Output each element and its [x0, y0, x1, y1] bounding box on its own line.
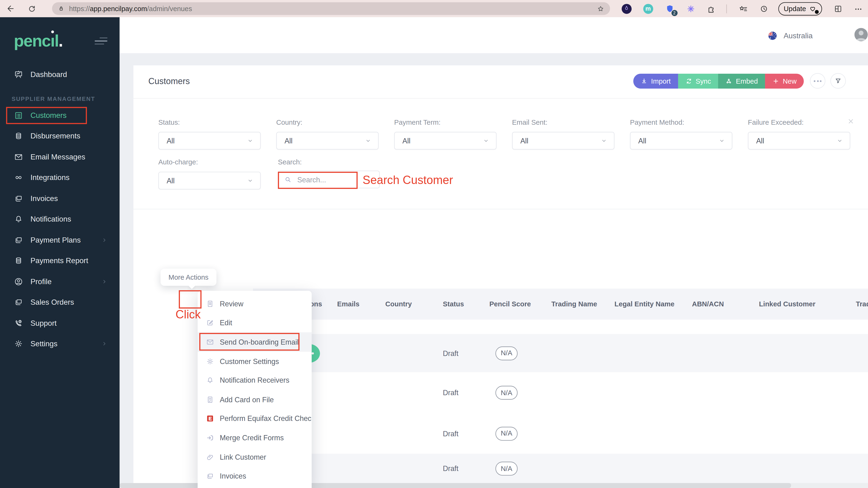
- browser-menu-icon[interactable]: [854, 4, 862, 13]
- app-topbar: Australia: [120, 17, 868, 53]
- region-label: Australia: [783, 32, 812, 40]
- pencil-score-badge: N/A: [495, 386, 518, 400]
- bookmark-star-icon[interactable]: [597, 5, 604, 12]
- menu-item-label: Edit: [220, 318, 232, 327]
- page-title: Customers: [148, 77, 190, 87]
- filter: Status: All: [158, 119, 261, 150]
- menu-item[interactable]: Edit: [198, 313, 312, 332]
- filter-selected-value: All: [167, 177, 175, 185]
- toolbar-divider: [726, 4, 726, 13]
- column-header-legal-entity: Legal Entity Name: [614, 300, 674, 308]
- sidebar-section-label: SUPPLIER MANAGEMENT: [11, 95, 120, 101]
- sidebar-item[interactable]: Sales Orders: [0, 292, 120, 313]
- password-extension-icon[interactable]: 2: [665, 3, 675, 14]
- sidebar-item-label: Sales Orders: [30, 298, 74, 306]
- menu-item[interactable]: Send On-boarding Email: [198, 332, 312, 352]
- column-header-country: Country: [385, 300, 412, 308]
- sidebar-item-label: Support: [30, 319, 57, 327]
- sidebar-item[interactable]: Payments Report: [0, 250, 120, 271]
- menu-item[interactable]: Review: [198, 294, 312, 313]
- menu-item[interactable]: Customer Settings: [198, 352, 312, 371]
- sidebar-item[interactable]: Payment Plans: [0, 230, 120, 250]
- menu-item[interactable]: Merge Credit Forms: [198, 428, 312, 447]
- url-text: https://app.pencilpay.com/admin/venues: [69, 5, 192, 12]
- chevron-right-icon: [101, 341, 107, 347]
- sidebar-item[interactable]: Invoices: [0, 188, 120, 209]
- screen: https://app.pencilpay.com/admin/venues m…: [0, 0, 868, 488]
- sidebar-item[interactable]: Notifications: [0, 209, 120, 230]
- sidebar-item[interactable]: Settings: [0, 334, 120, 354]
- sidebar-item-icon: [14, 111, 23, 120]
- user-avatar[interactable]: [853, 27, 868, 43]
- history-icon[interactable]: [760, 4, 768, 13]
- sidebar-item-icon: [14, 214, 23, 224]
- australia-flag-icon: [767, 30, 778, 41]
- m-extension-icon[interactable]: m: [643, 4, 653, 13]
- sidebar: pencıl. Dashboard SUPPLIER MANAGEMENT Cu…: [0, 17, 120, 488]
- extensions-puzzle-icon[interactable]: [707, 4, 716, 14]
- pencil-score-badge: N/A: [495, 427, 518, 440]
- sidebar-item[interactable]: Integrations: [0, 167, 120, 188]
- pencil-score-badge: N/A: [495, 462, 518, 476]
- sidebar-item-label: Invoices: [30, 194, 58, 203]
- sidebar-item[interactable]: Customers: [0, 105, 120, 126]
- sidebar-nav-primary: Dashboard: [0, 64, 120, 85]
- sidebar-item-icon: [14, 173, 23, 182]
- extension-badge: 2: [671, 10, 677, 16]
- sidebar-item[interactable]: Profile: [0, 271, 120, 292]
- column-header-linked-customer: Linked Customer: [759, 300, 815, 308]
- sidebar-item[interactable]: Dashboard: [0, 64, 120, 85]
- flame-extension-icon[interactable]: [621, 4, 631, 13]
- menu-item[interactable]: Invoices: [198, 466, 312, 486]
- sidebar-item[interactable]: Support: [0, 313, 120, 334]
- customers-table: Actions Emails Country Status Pencil Sco…: [253, 53, 868, 488]
- column-header-emails: Emails: [337, 300, 360, 308]
- sidebar-item-label: Notifications: [30, 215, 71, 223]
- more-actions-tooltip: More Actions: [161, 269, 217, 286]
- sidebar-nav: Customers Disbursements Email Messages: [0, 105, 120, 354]
- table-header-row: Actions Emails Country Status Pencil Sco…: [253, 288, 868, 319]
- browser-back-icon[interactable]: [6, 4, 15, 13]
- update-alert-badge: [815, 10, 819, 13]
- asterisk-extension-icon[interactable]: [686, 4, 695, 13]
- menu-item-label: Notification Receivers: [220, 376, 289, 385]
- menu-item-label: Invoices: [220, 472, 246, 480]
- address-bar[interactable]: https://app.pencilpay.com/admin/venues: [52, 2, 610, 15]
- menu-item-icon: [206, 453, 214, 461]
- lock-icon: [57, 5, 64, 12]
- menu-item[interactable]: Add Card on File: [198, 390, 312, 409]
- chevron-right-icon: [101, 278, 107, 285]
- menu-item-label: Customer Settings: [220, 357, 279, 365]
- sidebar-item-icon: [14, 70, 23, 79]
- update-button[interactable]: Update: [778, 2, 822, 15]
- filter-select[interactable]: All: [158, 172, 261, 189]
- filter-selected-value: All: [167, 136, 175, 145]
- favorites-icon[interactable]: [738, 4, 748, 14]
- menu-item[interactable]: Notification Receivers: [198, 371, 312, 390]
- logo-i-dot: [51, 30, 54, 33]
- filter-select[interactable]: All: [158, 132, 261, 150]
- column-header-abn: ABN/ACN: [692, 300, 724, 308]
- sidebar-item[interactable]: Email Messages: [0, 147, 120, 167]
- annotation-click: Click: [176, 308, 201, 321]
- workspaces-icon[interactable]: [834, 4, 843, 13]
- sidebar-collapse-icon[interactable]: [95, 37, 107, 44]
- sidebar-item[interactable]: Disbursements: [0, 126, 120, 147]
- filter-label: Status:: [158, 119, 261, 126]
- menu-item-icon: [206, 395, 214, 404]
- annotation-search-customer: Search Customer: [363, 173, 453, 187]
- sidebar-item-icon: [14, 152, 23, 161]
- status-cell: Draft: [443, 389, 459, 397]
- sidebar-item-icon: [14, 339, 23, 348]
- menu-item[interactable]: Link Customer: [198, 447, 312, 466]
- sidebar-item-icon: [14, 298, 23, 307]
- menu-item-label: Add Card on File: [220, 395, 274, 404]
- region-selector[interactable]: Australia: [767, 30, 812, 41]
- browser-refresh-icon[interactable]: [28, 4, 36, 13]
- menu-item-icon: [206, 338, 214, 346]
- table-row: Draft N/A No: [253, 413, 868, 454]
- menu-item[interactable]: Perform Equifax Credit Check: [198, 409, 312, 428]
- sidebar-item-icon: [14, 194, 23, 203]
- sidebar-item-icon: [14, 277, 23, 286]
- browser-toolbar: https://app.pencilpay.com/admin/venues m…: [0, 0, 868, 17]
